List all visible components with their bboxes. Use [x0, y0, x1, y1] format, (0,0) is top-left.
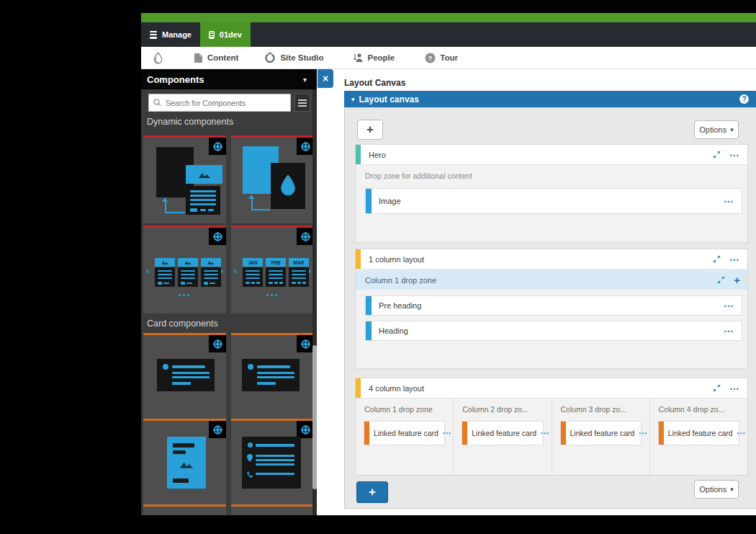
- close-sidebar-button[interactable]: ×: [318, 69, 333, 88]
- column-2[interactable]: Column 2 drop zo... Linked feature card …: [454, 398, 552, 475]
- more-options-icon[interactable]: ⋯: [724, 197, 734, 205]
- more-options-icon[interactable]: ⋯: [724, 302, 734, 309]
- circle-icon: [264, 52, 276, 63]
- one-column-row[interactable]: 1 column layout ⋯: [356, 249, 747, 270]
- four-column-row[interactable]: 4 column layout ⋯: [356, 378, 747, 399]
- carousel-card: FEB: [266, 258, 286, 287]
- tab-environment[interactable]: 01dev: [200, 22, 251, 47]
- pre-heading-row[interactable]: Pre heading ⋯: [365, 295, 742, 316]
- component-thumbnail: [167, 437, 206, 489]
- column-label: Column 4 drop zo...: [659, 405, 725, 414]
- layout-canvas-header[interactable]: ▾ Layout canvas ?: [344, 91, 756, 107]
- more-options-icon[interactable]: ⋯: [724, 327, 734, 334]
- carousel-card: [201, 258, 221, 287]
- card-label: Linked feature card: [374, 429, 438, 437]
- component-tile-carousel-images[interactable]: ‹ ›: [143, 226, 226, 313]
- page-title: Layout Canvas: [344, 78, 405, 88]
- help-icon[interactable]: ?: [739, 94, 749, 104]
- menu-people-label: People: [368, 53, 395, 62]
- layout-canvas-title: Layout canvas: [359, 94, 419, 104]
- expand-icon[interactable]: [713, 384, 721, 392]
- layout-accent-bar: [356, 249, 361, 269]
- add-component-icon[interactable]: [209, 421, 226, 438]
- component-search-box: [148, 94, 291, 112]
- image-placeholder-icon: [186, 165, 222, 184]
- more-options-icon[interactable]: ⋯: [638, 430, 647, 437]
- add-component-button-bottom[interactable]: +: [356, 481, 388, 503]
- carousel-card: MAR: [289, 258, 309, 287]
- more-options-icon[interactable]: ⋯: [729, 385, 740, 392]
- linked-feature-card[interactable]: Linked feature card ⋯: [462, 421, 543, 445]
- scrollbar-thumb[interactable]: [312, 345, 317, 489]
- add-component-icon[interactable]: [209, 335, 226, 352]
- drupal-logo-icon[interactable]: [151, 51, 165, 65]
- more-options-icon[interactable]: ⋯: [442, 430, 451, 437]
- linked-feature-card[interactable]: Linked feature card ⋯: [658, 421, 739, 445]
- image-row[interactable]: Image ⋯: [365, 188, 742, 214]
- more-options-icon[interactable]: ⋯: [729, 256, 740, 263]
- add-to-column-icon[interactable]: +: [734, 275, 740, 285]
- section-label-cards: Card components: [147, 319, 218, 329]
- chevron-down-icon[interactable]: ▾: [303, 76, 307, 84]
- linked-feature-card[interactable]: Linked feature card ⋯: [560, 421, 642, 445]
- component-tile-contact-card[interactable]: [231, 419, 314, 507]
- add-component-icon[interactable]: [297, 421, 314, 438]
- menu-content[interactable]: Content: [194, 53, 238, 63]
- more-options-icon[interactable]: ⋯: [729, 151, 740, 159]
- column-1[interactable]: Column 1 drop zone Linked feature card ⋯: [356, 398, 454, 475]
- column-drop-zone[interactable]: Column 1 drop zone +: [356, 270, 747, 290]
- component-tile-portrait-card[interactable]: [143, 419, 226, 507]
- heading-row[interactable]: Heading ⋯: [365, 321, 742, 341]
- component-tile-feature-card[interactable]: [231, 333, 314, 421]
- file-icon: [194, 53, 203, 63]
- layout-accent-bar: [356, 378, 361, 398]
- tab-manage[interactable]: Manage: [141, 22, 200, 47]
- drop-zone-hint: Drop zone for additional content: [365, 172, 472, 180]
- component-thumbnail: [242, 359, 300, 391]
- expand-icon[interactable]: [717, 276, 725, 284]
- card-accent-bar: [364, 422, 369, 445]
- search-input[interactable]: [164, 98, 290, 108]
- chevron-left-icon: ‹: [234, 265, 237, 276]
- image-label: Image: [379, 197, 401, 205]
- component-tile-carousel-months[interactable]: ‹ › JAN FEB MAR: [231, 226, 314, 313]
- menu-content-label: Content: [207, 53, 238, 62]
- component-tile-drupal[interactable]: [231, 135, 314, 223]
- expand-icon[interactable]: [713, 151, 721, 159]
- column-4[interactable]: Column 4 drop zo... Linked feature card …: [650, 398, 747, 475]
- component-tile-hero[interactable]: [143, 135, 226, 223]
- options-button-bottom[interactable]: Options▾: [694, 480, 739, 499]
- more-options-icon[interactable]: ⋯: [540, 430, 549, 437]
- add-component-icon[interactable]: [209, 138, 226, 155]
- menu-site-studio[interactable]: Site Studio: [264, 52, 323, 63]
- chevron-down-icon: ▾: [730, 126, 734, 133]
- linked-feature-card[interactable]: Linked feature card ⋯: [364, 421, 445, 445]
- column-3[interactable]: Column 3 drop zo... Linked feature card …: [552, 398, 650, 475]
- component-tile-partial[interactable]: [231, 504, 314, 515]
- add-component-button-top[interactable]: +: [357, 120, 383, 140]
- chevron-left-icon: ‹: [146, 265, 149, 276]
- component-tile-feature-card[interactable]: [143, 333, 226, 421]
- options-button-top[interactable]: Options▾: [694, 120, 739, 139]
- image-accent-bar: [366, 189, 372, 213]
- four-column-section: 4 column layout ⋯ Column 1 drop zone Lin…: [355, 378, 748, 476]
- add-component-icon[interactable]: [297, 335, 314, 352]
- hero-row[interactable]: Hero ⋯: [356, 145, 747, 165]
- expand-icon[interactable]: [713, 255, 721, 263]
- add-component-icon[interactable]: [297, 138, 314, 155]
- components-panel-header[interactable]: Components ▾: [141, 69, 317, 89]
- component-tile-partial[interactable]: [143, 504, 226, 515]
- card-label: Linked feature card: [472, 429, 536, 437]
- options-label: Options: [699, 485, 726, 494]
- admin-toolbar: Manage 01dev: [141, 22, 756, 47]
- more-options-icon[interactable]: ⋯: [737, 430, 746, 437]
- add-component-icon[interactable]: [297, 228, 314, 245]
- menu-people[interactable]: People: [353, 53, 395, 63]
- sidebar-scrollbar[interactable]: [312, 89, 317, 515]
- add-component-icon[interactable]: [209, 228, 226, 245]
- list-view-button[interactable]: [294, 94, 310, 112]
- carousel-card: [155, 258, 175, 287]
- hero-accent-bar: [356, 145, 361, 164]
- menu-tour[interactable]: ? Tour: [425, 53, 458, 63]
- arrow-up-icon: [162, 197, 168, 202]
